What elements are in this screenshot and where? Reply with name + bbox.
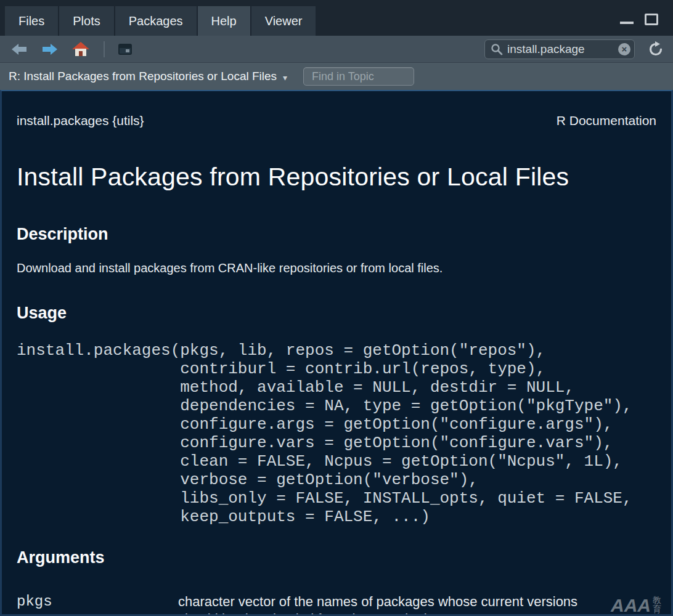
usage-code: install.packages(pkgs, lib, repos = getO… [17,341,656,526]
refresh-icon [647,41,664,58]
usage-heading: Usage [17,304,656,323]
arguments-heading: Arguments [17,548,656,567]
doc-header: install.packages {utils} R Documentation [17,113,656,128]
watermark: AAA 教育 [611,596,663,614]
tab-help[interactable]: Help [198,6,250,36]
find-in-topic-button[interactable]: Find in Topic [303,67,414,86]
forward-arrow-icon [41,42,59,57]
tab-label: Viewer [265,14,303,28]
topic-bar: R: Install Packages from Repositories or… [0,63,673,90]
chevron-down-icon: ▾ [283,71,287,83]
page-title: Install Packages from Repositories or Lo… [17,163,656,192]
maximize-icon[interactable] [645,14,658,25]
tab-files[interactable]: Files [5,6,58,36]
help-toolbar: × [0,36,673,63]
home-button[interactable] [71,41,90,57]
toolbar-separator [104,41,105,57]
open-in-new-window-icon [118,43,133,55]
tab-label: Files [18,14,44,28]
refresh-button[interactable] [647,41,664,58]
tab-viewer[interactable]: Viewer [251,6,316,36]
argument-name: pkgs [17,593,178,616]
window-controls [620,14,658,25]
argument-row: pkgs character vector of the names of pa… [17,593,656,616]
description-text: Download and install packages from CRAN-… [17,261,656,275]
minimize-icon[interactable] [620,22,634,24]
watermark-cjk-text: 教育 [653,596,663,614]
tab-packages[interactable]: Packages [115,6,197,36]
forward-button[interactable] [41,42,59,57]
back-arrow-icon [10,42,28,57]
tab-label: Help [211,14,237,28]
topic-dropdown[interactable]: R: Install Packages from Repositories or… [9,70,287,83]
topic-title: R: Install Packages from Repositories or… [9,70,277,83]
description-heading: Description [17,225,656,244]
pane-tab-bar: Files Plots Packages Help Viewer [0,0,673,36]
watermark-text: AAA [611,597,651,614]
app-window: Files Plots Packages Help Viewer [0,0,673,616]
clear-search-icon[interactable]: × [618,43,630,55]
open-in-new-window-button[interactable] [118,43,133,55]
tab-plots[interactable]: Plots [59,6,113,36]
search-box: × [484,39,635,59]
search-input[interactable] [507,43,614,56]
r-documentation-label: R Documentation [557,113,656,128]
search-icon [491,43,503,55]
help-content: install.packages {utils} R Documentation… [0,90,673,616]
home-icon [71,41,90,57]
argument-description: character vector of the names of package… [178,593,585,616]
tab-label: Plots [73,14,100,28]
back-button[interactable] [10,42,28,57]
package-topic-label: install.packages {utils} [17,113,144,128]
tab-label: Packages [129,14,183,28]
